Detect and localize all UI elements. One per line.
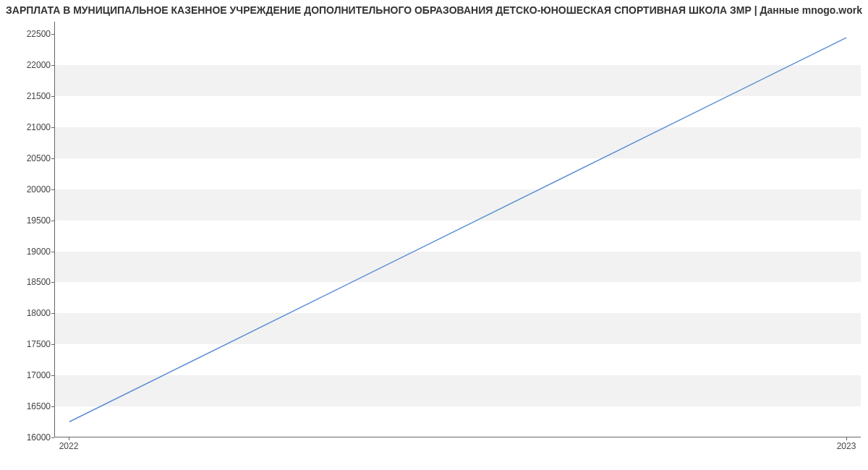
y-tick-mark [51,221,54,221]
y-tick-mark [51,406,54,407]
y-tick-label: 21500 [7,91,51,101]
y-tick-mark [51,65,54,66]
y-tick-mark [51,344,54,345]
y-tick-mark [51,313,54,314]
y-tick-label: 22500 [7,29,51,39]
y-tick-label: 20500 [7,153,51,163]
y-tick-mark [51,96,54,97]
y-tick-label: 19500 [7,215,51,226]
y-tick-label: 16000 [7,432,51,443]
y-tick-label: 18000 [7,308,51,318]
y-tick-mark [51,158,54,159]
x-tick-label: 2022 [59,441,79,451]
y-tick-label: 18500 [7,277,51,287]
y-tick-label: 20000 [7,184,51,195]
chart-line [55,22,861,437]
y-tick-mark [51,127,54,128]
y-tick-label: 16500 [7,401,51,411]
y-tick-mark [51,34,54,35]
y-tick-mark [51,282,54,283]
chart-container: ЗАРПЛАТА В МУНИЦИПАЛЬНОЕ КАЗЕННОЕ УЧРЕЖД… [0,0,868,470]
y-tick-label: 22000 [7,60,51,70]
chart-title: ЗАРПЛАТА В МУНИЦИПАЛЬНОЕ КАЗЕННОЕ УЧРЕЖД… [0,4,868,16]
y-tick-label: 19000 [7,247,51,257]
y-tick-label: 21000 [7,122,51,132]
y-tick-mark [51,189,54,190]
y-tick-mark [51,437,54,438]
y-tick-mark [51,252,54,252]
y-tick-label: 17000 [7,370,51,380]
y-tick-mark [51,375,54,376]
x-tick-mark [69,437,69,440]
data-line [69,38,846,422]
x-tick-mark [846,437,847,440]
plot-area [54,22,861,437]
y-tick-label: 17500 [7,339,51,349]
x-tick-label: 2023 [837,441,856,451]
